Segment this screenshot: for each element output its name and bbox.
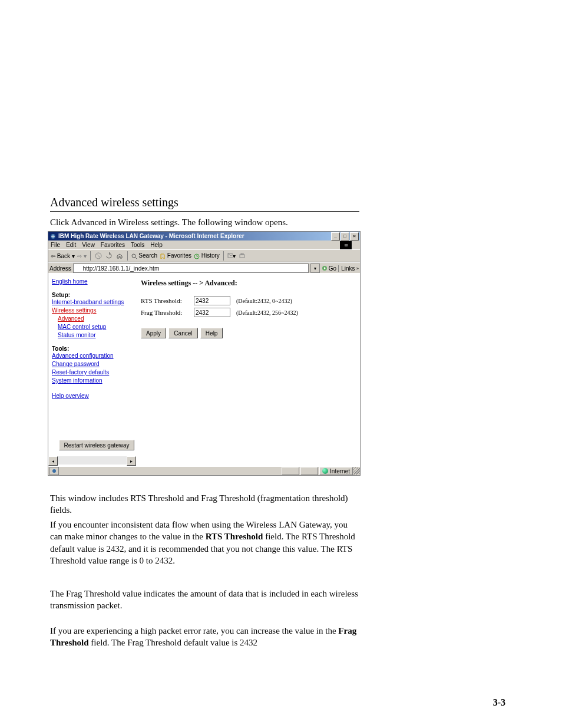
toolbar: ⇦ Back ▾ ⇨ ▾ Search Favorites History ▾ [48, 249, 360, 262]
section-rule [50, 211, 359, 212]
home-icon[interactable] [115, 252, 124, 260]
scroll-left-icon[interactable]: ◂ [48, 456, 58, 466]
svg-rect-8 [241, 253, 243, 255]
globe-icon [322, 468, 328, 474]
address-label: Address [49, 265, 71, 272]
resize-grip[interactable] [353, 467, 360, 475]
sidebar-wireless-settings[interactable]: Wireless settings [52, 307, 133, 315]
menu-file[interactable]: File [51, 242, 60, 248]
menubar: File Edit View Favorites Tools Help ⧈ [48, 241, 360, 249]
print-icon[interactable] [238, 252, 246, 260]
close-button[interactable]: × [350, 232, 359, 241]
status-panel-1 [282, 467, 299, 475]
frag-label: Frag Threshold: [141, 309, 194, 316]
main-panel: Wireless settings -- > Advanced: RTS Thr… [136, 273, 360, 467]
sidebar-adv-config[interactable]: Advanced configuration [52, 352, 133, 360]
sidebar-internet-settings[interactable]: Internet-broadband settings [52, 298, 133, 307]
scroll-right-icon[interactable]: ▸ [127, 456, 136, 466]
intro-text: Click Advanced in Wireless settings. The… [50, 216, 359, 228]
frag-row: Frag Threshold: (Default:2432, 256~2432) [141, 308, 355, 317]
svg-rect-7 [240, 255, 244, 258]
status-zone: Internet [319, 467, 353, 475]
sidebar-mac-control[interactable]: MAC control setup [58, 323, 133, 331]
paragraph-2: If you encounter inconsistent data flow … [50, 519, 359, 566]
rts-label: RTS Threshold: [141, 297, 194, 304]
address-dropdown[interactable]: ▾ [310, 263, 320, 273]
ie-window: IBM High Rate Wireless LAN Gateway - Mic… [48, 231, 361, 476]
svg-line-2 [97, 254, 100, 258]
cancel-button[interactable]: Cancel [168, 328, 197, 338]
mail-icon[interactable]: ▾ [227, 252, 236, 260]
minimize-button[interactable]: _ [331, 232, 340, 241]
apply-button[interactable]: Apply [141, 328, 166, 338]
button-row: Apply Cancel Help [141, 328, 355, 338]
sidebar-setup-header: Setup: [52, 292, 133, 298]
main-title: Wireless settings -- > Advanced: [141, 279, 355, 288]
svg-point-10 [52, 469, 56, 473]
history-button[interactable]: History [194, 252, 220, 259]
rts-hint: (Default:2432, 0~2432) [236, 298, 292, 304]
statusbar: Internet [48, 466, 360, 475]
sidebar-reset-defaults[interactable]: Reset-factory defaults [52, 368, 133, 377]
stop-icon[interactable] [94, 252, 103, 260]
svg-line-4 [135, 257, 137, 259]
section-title: Advanced wireless settings [50, 196, 178, 209]
forward-button[interactable]: ⇨ ▾ [77, 253, 87, 259]
links-button[interactable]: Links » [338, 265, 359, 272]
favorites-button[interactable]: Favorites [160, 252, 191, 259]
menu-view[interactable]: View [82, 242, 95, 248]
sidebar-advanced[interactable]: Advanced [58, 315, 133, 323]
titlebar: IBM High Rate Wireless LAN Gateway - Mic… [48, 232, 360, 241]
go-button[interactable]: Go [322, 265, 336, 272]
restart-button[interactable]: Restart wireless gateway [59, 440, 134, 450]
paragraph-4: If you are experiencing a high packet er… [50, 625, 359, 649]
help-button[interactable]: Help [200, 328, 223, 338]
sidebar-scrollbar[interactable]: ◂ ▸ [48, 456, 136, 465]
window-title: IBM High Rate Wireless LAN Gateway - Mic… [58, 233, 244, 239]
menu-tools[interactable]: Tools [131, 242, 144, 248]
rts-input[interactable] [194, 296, 230, 305]
brand-logo: ⧈ [340, 241, 352, 249]
page-number: 3-3 [493, 697, 505, 708]
menu-help[interactable]: Help [150, 242, 163, 248]
rts-row: RTS Threshold: (Default:2432, 0~2432) [141, 296, 355, 305]
address-bar: Address ▾ Go Links » [48, 262, 360, 274]
address-input[interactable] [73, 263, 309, 273]
status-panel-2 [300, 467, 318, 475]
ie-icon [49, 233, 57, 240]
sidebar-home[interactable]: English home [52, 278, 133, 286]
back-button[interactable]: ⇦ Back ▾ [51, 253, 75, 259]
paragraph-1: This window includes RTS Threshold and F… [50, 492, 359, 516]
status-ie-icon [49, 467, 59, 475]
refresh-icon[interactable] [105, 252, 113, 260]
paragraph-3: The Frag Threshold value indicates the a… [50, 588, 359, 612]
menu-edit[interactable]: Edit [66, 242, 76, 248]
sidebar-status-monitor[interactable]: Status monitor [58, 331, 133, 340]
sidebar-change-password[interactable]: Change password [52, 360, 133, 368]
maximize-button[interactable]: □ [340, 232, 349, 241]
frag-input[interactable] [194, 308, 230, 317]
page-content: English home Setup: Internet-broadband s… [48, 273, 360, 467]
frag-hint: (Default:2432, 256~2432) [236, 309, 298, 316]
sidebar: English home Setup: Internet-broadband s… [48, 273, 136, 467]
search-button[interactable]: Search [131, 252, 157, 259]
sidebar-tools-header: Tools: [52, 345, 133, 352]
menu-favorites[interactable]: Favorites [101, 242, 125, 248]
sidebar-system-info[interactable]: System information [52, 377, 133, 385]
sidebar-help-overview[interactable]: Help overview [52, 392, 133, 400]
